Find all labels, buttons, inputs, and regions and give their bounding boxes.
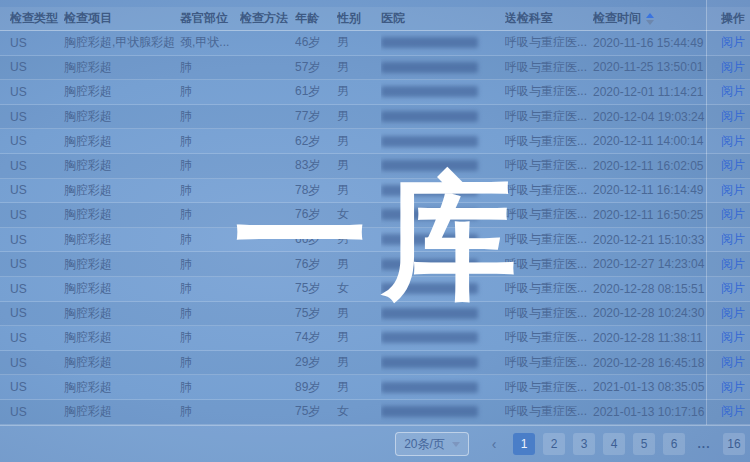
view-images-link[interactable]: 阅片 bbox=[721, 354, 745, 371]
exam-list-screen: 检查类型检查项目器官部位检查方法年龄性别医院送检科室检查时间操作 US胸腔彩超,… bbox=[0, 0, 750, 462]
column-header-label: 医院 bbox=[381, 10, 405, 27]
cell-organ: 肺 bbox=[180, 56, 238, 80]
exam-table: 检查类型检查项目器官部位检查方法年龄性别医院送检科室检查时间操作 US胸腔彩超,… bbox=[0, 7, 750, 425]
cell-dept: 呼吸与重症医... bbox=[505, 375, 592, 399]
cell-time: 2020-12-27 14:23:04 bbox=[593, 252, 705, 276]
cell-dept: 呼吸与重症医... bbox=[505, 80, 592, 104]
view-images-link[interactable]: 阅片 bbox=[721, 403, 745, 420]
page-button-1[interactable]: 1 bbox=[513, 433, 535, 455]
table-row[interactable]: US胸腔彩超肺66岁男呼吸与重症医...2020-12-21 15:10:33阅… bbox=[0, 228, 750, 253]
view-images-link[interactable]: 阅片 bbox=[721, 182, 745, 199]
view-images-link[interactable]: 阅片 bbox=[721, 83, 745, 100]
cell-age: 74岁 bbox=[295, 326, 335, 350]
table-row[interactable]: US胸腔彩超肺77岁男呼吸与重症医...2020-12-04 19:03:24阅… bbox=[0, 105, 750, 130]
cell-gender: 男 bbox=[337, 326, 379, 350]
table-row[interactable]: US胸腔彩超肺76岁女呼吸与重症医...2020-12-11 16:50:25阅… bbox=[0, 203, 750, 228]
cell-time: 2020-11-25 13:50:01 bbox=[593, 56, 705, 80]
cell-item: 胸腔彩超 bbox=[64, 351, 178, 375]
redacted-hospital-name bbox=[381, 382, 478, 393]
page-button-last[interactable]: 16 bbox=[723, 433, 745, 455]
view-images-link[interactable]: 阅片 bbox=[721, 329, 745, 346]
more-pages-button[interactable]: ... bbox=[693, 433, 715, 455]
cell-type: US bbox=[10, 326, 60, 350]
table-header: 检查类型检查项目器官部位检查方法年龄性别医院送检科室检查时间操作 bbox=[0, 7, 750, 31]
redacted-hospital-name bbox=[381, 111, 478, 122]
page-button-3[interactable]: 3 bbox=[573, 433, 595, 455]
view-images-link[interactable]: 阅片 bbox=[721, 133, 745, 150]
cell-age: 46岁 bbox=[295, 31, 335, 55]
view-images-link[interactable]: 阅片 bbox=[721, 108, 745, 125]
table-row[interactable]: US胸腔彩超肺62岁男呼吸与重症医...2020-12-11 14:00:14阅… bbox=[0, 129, 750, 154]
cell-hospital bbox=[381, 375, 501, 399]
column-header-action: 操作 bbox=[721, 7, 749, 30]
cell-type: US bbox=[10, 351, 60, 375]
cell-age: 57岁 bbox=[295, 56, 335, 80]
cell-hospital bbox=[381, 351, 501, 375]
sort-caret-down-icon bbox=[646, 20, 654, 25]
page-button-5[interactable]: 5 bbox=[633, 433, 655, 455]
view-images-link[interactable]: 阅片 bbox=[721, 280, 745, 297]
cell-dept: 呼吸与重症医... bbox=[505, 56, 592, 80]
table-row[interactable]: US胸腔彩超肺75岁男呼吸与重症医...2020-12-28 10:24:30阅… bbox=[0, 302, 750, 327]
cell-action: 阅片 bbox=[721, 154, 749, 178]
cell-item: 胸腔彩超 bbox=[64, 252, 178, 276]
column-header-type: 检查类型 bbox=[10, 7, 60, 30]
view-images-link[interactable]: 阅片 bbox=[721, 379, 745, 396]
table-row[interactable]: US胸腔彩超肺83岁男呼吸与重症医...2020-12-11 16:02:05阅… bbox=[0, 154, 750, 179]
view-images-link[interactable]: 阅片 bbox=[721, 256, 745, 273]
cell-dept: 呼吸与重症医... bbox=[505, 203, 592, 227]
redacted-hospital-name bbox=[381, 259, 478, 270]
prev-page-button[interactable]: ‹ bbox=[483, 433, 505, 455]
table-row[interactable]: US胸腔彩超肺76岁男呼吸与重症医...2020-12-27 14:23:04阅… bbox=[0, 252, 750, 277]
table-row[interactable]: US胸腔彩超,甲状腺彩超颈,甲状...46岁男呼吸与重症医...2020-11-… bbox=[0, 31, 750, 56]
page-button-4[interactable]: 4 bbox=[603, 433, 625, 455]
table-row[interactable]: US胸腔彩超肺78岁男呼吸与重症医...2020-12-11 16:14:49阅… bbox=[0, 179, 750, 204]
column-header-label: 检查类型 bbox=[10, 10, 58, 27]
view-images-link[interactable]: 阅片 bbox=[721, 157, 745, 174]
cell-gender: 男 bbox=[337, 56, 379, 80]
chevron-down-icon bbox=[452, 442, 460, 447]
view-images-link[interactable]: 阅片 bbox=[721, 34, 745, 51]
sort-caret-icon[interactable] bbox=[646, 13, 654, 25]
cell-hospital bbox=[381, 129, 501, 153]
view-images-link[interactable]: 阅片 bbox=[721, 305, 745, 322]
cell-method bbox=[240, 326, 292, 350]
cell-type: US bbox=[10, 252, 60, 276]
page-button-2[interactable]: 2 bbox=[543, 433, 565, 455]
table-row[interactable]: US胸腔彩超肺61岁男呼吸与重症医...2020-12-01 11:14:21阅… bbox=[0, 80, 750, 105]
cell-organ: 肺 bbox=[180, 105, 238, 129]
cell-dept: 呼吸与重症医... bbox=[505, 400, 592, 424]
view-images-link[interactable]: 阅片 bbox=[721, 206, 745, 223]
column-header-time[interactable]: 检查时间 bbox=[593, 7, 705, 30]
cell-gender: 男 bbox=[337, 375, 379, 399]
redacted-hospital-name bbox=[381, 160, 478, 171]
cell-type: US bbox=[10, 129, 60, 153]
cell-organ: 肺 bbox=[180, 277, 238, 301]
page-button-6[interactable]: 6 bbox=[663, 433, 685, 455]
view-images-link[interactable]: 阅片 bbox=[721, 59, 745, 76]
cell-action: 阅片 bbox=[721, 56, 749, 80]
cell-hospital bbox=[381, 31, 501, 55]
cell-dept: 呼吸与重症医... bbox=[505, 252, 592, 276]
table-row[interactable]: US胸腔彩超肺57岁男呼吸与重症医...2020-11-25 13:50:01阅… bbox=[0, 56, 750, 81]
cell-hospital bbox=[381, 277, 501, 301]
table-row[interactable]: US胸腔彩超肺74岁男呼吸与重症医...2020-12-28 11:38:11阅… bbox=[0, 326, 750, 351]
cell-organ: 肺 bbox=[180, 129, 238, 153]
redacted-hospital-name bbox=[381, 357, 478, 368]
table-row[interactable]: US胸腔彩超肺89岁男呼吸与重症医...2021-01-13 08:35:05阅… bbox=[0, 375, 750, 400]
table-row[interactable]: US胸腔彩超肺75岁女呼吸与重症医...2020-12-28 08:15:51阅… bbox=[0, 277, 750, 302]
cell-gender: 男 bbox=[337, 179, 379, 203]
view-images-link[interactable]: 阅片 bbox=[721, 231, 745, 248]
cell-method bbox=[240, 154, 292, 178]
cell-item: 胸腔彩超 bbox=[64, 129, 178, 153]
cell-time: 2020-12-28 08:15:51 bbox=[593, 277, 705, 301]
cell-item: 胸腔彩超,甲状腺彩超 bbox=[64, 31, 178, 55]
column-header-label: 检查项目 bbox=[64, 10, 112, 27]
page-size-select[interactable]: 20条/页 bbox=[395, 432, 469, 456]
cell-item: 胸腔彩超 bbox=[64, 105, 178, 129]
table-row[interactable]: US胸腔彩超肺75岁女呼吸与重症医...2021-01-13 10:17:16阅… bbox=[0, 400, 750, 425]
cell-age: 78岁 bbox=[295, 179, 335, 203]
table-row[interactable]: US胸腔彩超肺29岁男呼吸与重症医...2020-12-28 16:45:18阅… bbox=[0, 351, 750, 376]
cell-method bbox=[240, 80, 292, 104]
cell-action: 阅片 bbox=[721, 252, 749, 276]
